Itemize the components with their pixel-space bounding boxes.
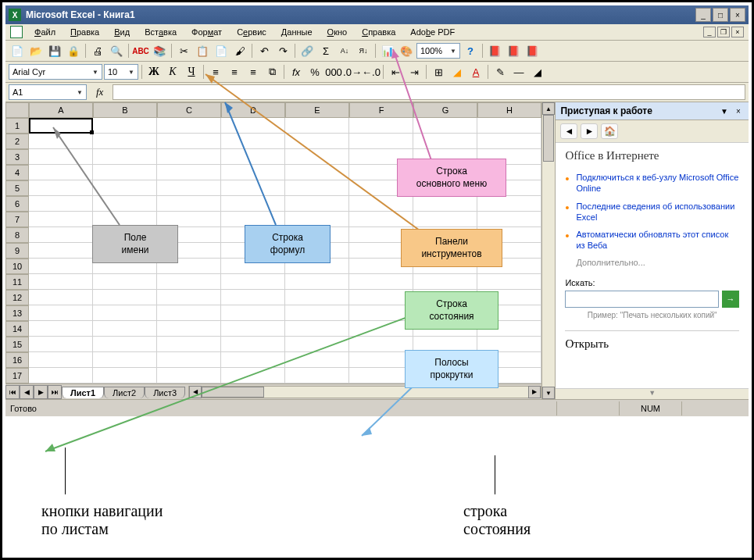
cell[interactable] xyxy=(29,352,93,368)
cell[interactable] xyxy=(93,149,157,165)
decrease-indent-icon[interactable]: ⇤ xyxy=(387,63,404,80)
cell[interactable] xyxy=(349,321,413,337)
cell[interactable] xyxy=(157,321,221,337)
cell[interactable] xyxy=(221,305,285,321)
cell[interactable] xyxy=(221,290,285,305)
cell[interactable] xyxy=(93,118,157,134)
cell[interactable] xyxy=(93,134,157,149)
cell[interactable] xyxy=(285,180,349,196)
cell[interactable] xyxy=(157,134,221,149)
cell[interactable] xyxy=(29,134,93,149)
cell[interactable] xyxy=(157,196,221,212)
close-button[interactable]: × xyxy=(730,8,745,22)
menu-insert[interactable]: Вставка xyxy=(138,26,183,38)
cell[interactable] xyxy=(157,149,221,165)
row-header[interactable]: 6 xyxy=(5,196,29,212)
cell[interactable] xyxy=(157,290,221,305)
cell[interactable] xyxy=(349,134,413,149)
cell[interactable] xyxy=(349,274,413,290)
cell[interactable] xyxy=(285,352,349,368)
increase-indent-icon[interactable]: ⇥ xyxy=(406,63,423,80)
cell[interactable] xyxy=(221,352,285,368)
row-header[interactable]: 13 xyxy=(5,305,29,321)
italic-button[interactable]: К xyxy=(164,63,181,80)
cell[interactable] xyxy=(157,352,221,368)
cell[interactable] xyxy=(157,305,221,321)
cell[interactable] xyxy=(221,337,285,352)
draw-border-icon[interactable]: ✎ xyxy=(491,63,509,80)
menu-file[interactable]: Файл xyxy=(28,26,62,38)
cell[interactable] xyxy=(93,321,157,337)
cell[interactable] xyxy=(29,290,93,305)
cell[interactable] xyxy=(285,290,349,305)
row-header[interactable]: 9 xyxy=(5,243,29,259)
cell[interactable] xyxy=(477,118,541,134)
cell[interactable] xyxy=(157,368,221,383)
taskpane-home-button[interactable]: 🏠 xyxy=(601,123,618,139)
cell[interactable] xyxy=(221,149,285,165)
doc-minimize-button[interactable]: _ xyxy=(703,27,716,37)
search-input[interactable] xyxy=(565,291,719,308)
new-icon[interactable]: 📄 xyxy=(9,42,26,59)
drawing-icon[interactable]: 🎨 xyxy=(398,42,415,59)
column-header[interactable]: G xyxy=(413,102,477,118)
cell[interactable] xyxy=(285,368,349,383)
function-icon[interactable]: fx xyxy=(288,63,305,80)
underline-button[interactable]: Ч xyxy=(183,63,200,80)
font-select[interactable]: Arial Cyr ▼ xyxy=(9,64,102,80)
cell[interactable] xyxy=(285,305,349,321)
column-header[interactable]: H xyxy=(477,102,541,118)
column-header[interactable]: E xyxy=(285,102,349,118)
cell[interactable] xyxy=(29,212,93,227)
menu-edit[interactable]: Правка xyxy=(64,26,105,38)
cell[interactable] xyxy=(413,274,477,290)
row-header[interactable]: 3 xyxy=(5,149,29,165)
hyperlink-icon[interactable]: 🔗 xyxy=(298,42,316,59)
increase-decimal-icon[interactable]: .0→ xyxy=(344,63,361,80)
cell[interactable] xyxy=(349,352,413,368)
taskpane-link[interactable]: Последние сведения об использовании Exce… xyxy=(565,198,739,226)
row-header[interactable]: 12 xyxy=(5,290,29,305)
cell[interactable] xyxy=(285,337,349,352)
taskpane-forward-button[interactable]: ► xyxy=(581,123,598,139)
print-icon[interactable]: 🖨 xyxy=(89,42,106,59)
scroll-left-button[interactable]: ◀ xyxy=(189,386,202,398)
cell[interactable] xyxy=(221,368,285,383)
cell[interactable] xyxy=(285,321,349,337)
sort-asc-icon[interactable]: А↓ xyxy=(336,42,353,59)
cell[interactable] xyxy=(157,180,221,196)
permission-icon[interactable]: 🔒 xyxy=(65,42,82,59)
cell[interactable] xyxy=(157,337,221,352)
sheet-tab-1[interactable]: Лист1 xyxy=(62,387,104,398)
column-header[interactable]: C xyxy=(157,102,221,118)
cell[interactable] xyxy=(285,149,349,165)
cell[interactable] xyxy=(93,196,157,212)
taskpane-back-button[interactable]: ◄ xyxy=(560,123,577,139)
last-sheet-button[interactable]: ⏭ xyxy=(48,385,62,399)
cell[interactable] xyxy=(29,165,93,180)
align-center-icon[interactable]: ≡ xyxy=(226,63,243,80)
menu-help[interactable]: Справка xyxy=(356,26,402,38)
hscroll-thumb[interactable] xyxy=(202,387,264,398)
font-size-select[interactable]: 10 ▼ xyxy=(104,64,138,80)
redo-icon[interactable]: ↷ xyxy=(274,42,291,59)
cell[interactable] xyxy=(29,337,93,352)
vertical-scrollbar[interactable]: ▲ ▼ xyxy=(541,102,555,399)
cell[interactable] xyxy=(413,212,477,227)
cell[interactable] xyxy=(93,165,157,180)
taskpane-handle[interactable]: ▼ xyxy=(556,388,749,399)
help-button-icon[interactable]: ? xyxy=(462,42,479,59)
cell[interactable] xyxy=(29,274,93,290)
open-icon[interactable]: 📂 xyxy=(27,42,45,59)
column-header[interactable]: D xyxy=(221,102,285,118)
paste-icon[interactable]: 📄 xyxy=(213,42,230,59)
cell[interactable] xyxy=(221,196,285,212)
sheet-tab-3[interactable]: Лист3 xyxy=(145,387,185,398)
cell[interactable] xyxy=(349,368,413,383)
search-go-button[interactable]: → xyxy=(722,291,739,308)
menu-adobe-pdf[interactable]: Adobe PDF xyxy=(404,26,461,38)
cell[interactable] xyxy=(221,180,285,196)
row-header[interactable]: 5 xyxy=(5,180,29,196)
cell[interactable] xyxy=(221,134,285,149)
row-header[interactable]: 15 xyxy=(5,337,29,352)
